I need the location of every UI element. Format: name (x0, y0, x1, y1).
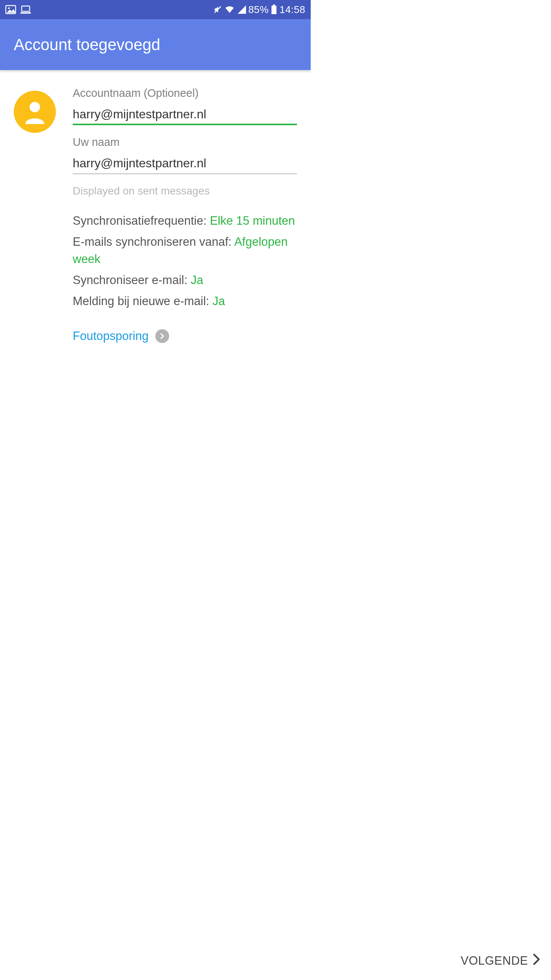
your-name-input[interactable] (73, 156, 297, 173)
svg-rect-2 (22, 6, 30, 11)
debug-link-label: Foutopsporing (73, 329, 148, 343)
setting-value: Ja (191, 273, 203, 287)
your-name-label: Uw naam (73, 136, 297, 149)
picture-icon (5, 5, 16, 14)
cell-signal-icon (237, 5, 246, 14)
wifi-icon (225, 5, 235, 14)
svg-point-7 (29, 102, 40, 112)
clock-time: 14:58 (279, 4, 305, 16)
mute-icon (213, 5, 222, 14)
setting-sync-frequency[interactable]: Synchronisatiefrequentie: Elke 15 minute… (73, 212, 297, 230)
setting-label: Melding bij nieuwe e-mail: (73, 294, 212, 308)
setting-label: Synchroniseer e-mail: (73, 273, 191, 287)
helper-text: Displayed on sent messages (73, 185, 297, 197)
battery-icon (271, 5, 277, 15)
setting-notify-new-mail[interactable]: Melding bij nieuwe e-mail: Ja (73, 293, 297, 310)
svg-rect-3 (20, 12, 31, 13)
setting-value: Ja (212, 294, 225, 308)
svg-point-1 (8, 7, 10, 9)
chevron-right-icon (155, 329, 169, 343)
svg-rect-5 (272, 6, 277, 14)
setting-label: Synchronisatiefrequentie: (73, 214, 210, 227)
setting-sync-email[interactable]: Synchroniseer e-mail: Ja (73, 272, 297, 289)
svg-rect-6 (273, 5, 276, 6)
debug-link[interactable]: Foutopsporing (73, 329, 297, 343)
setting-value: Elke 15 minuten (210, 214, 295, 227)
avatar (14, 91, 56, 133)
app-bar: Account toegevoegd (0, 19, 311, 70)
laptop-icon (20, 5, 31, 14)
battery-percent: 85% (248, 4, 269, 16)
account-name-label: Accountnaam (Optioneel) (73, 87, 297, 100)
page-title: Account toegevoegd (14, 36, 160, 54)
status-bar: 85% 14:58 (0, 0, 311, 19)
setting-sync-from[interactable]: E-mails synchroniseren vanaf: Afgelopen … (73, 234, 297, 268)
account-name-input[interactable] (73, 107, 297, 125)
setting-label: E-mails synchroniseren vanaf: (73, 235, 234, 248)
